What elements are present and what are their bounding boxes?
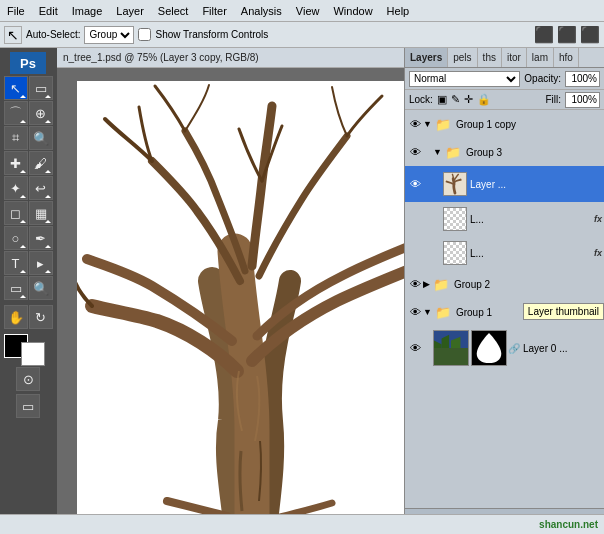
- fx-badge-2[interactable]: fx: [594, 248, 602, 258]
- tab-layers[interactable]: Layers: [405, 48, 448, 67]
- layer-selected-name: Layer ...: [470, 179, 602, 190]
- lock-all-icon[interactable]: 🔒: [477, 93, 491, 106]
- fx-badge-1[interactable]: fx: [594, 214, 602, 224]
- zoom-tool[interactable]: 🔍: [29, 276, 53, 300]
- eye-icon-layer0[interactable]: 👁: [407, 340, 423, 356]
- checker-pattern-1: [444, 208, 466, 230]
- pen-tool[interactable]: ✒: [29, 226, 53, 250]
- screen-mode-tool[interactable]: ▭: [16, 394, 40, 418]
- align-icon-2[interactable]: ⬛: [557, 25, 577, 44]
- align-icon-3[interactable]: ⬛: [580, 25, 600, 44]
- canvas-title: n_tree_1.psd @ 75% (Layer 3 copy, RGB/8): [63, 52, 431, 63]
- menu-select[interactable]: Select: [151, 3, 196, 19]
- autoselect-dropdown[interactable]: Group: [84, 26, 134, 44]
- menu-image[interactable]: Image: [65, 3, 110, 19]
- eye-icon-fx2[interactable]: [407, 245, 423, 261]
- tab-channels[interactable]: pels: [448, 48, 477, 67]
- group-1-row[interactable]: 👁 ▼ 📁 Group 1: [405, 298, 604, 326]
- dodge-tool[interactable]: ○: [4, 226, 28, 250]
- layer-0-mask-thumb: [471, 330, 507, 366]
- eraser-tool[interactable]: ◻: [4, 201, 28, 225]
- quick-mask-tool[interactable]: ⊙: [16, 367, 40, 391]
- tools-panel: Ps ↖ ▭ ⌒ ⊕ ⌗ 🔍 ✚ 🖌 ✦ ↩ ◻ ▦ ○ ✒ T ▸ ▭ 🔍 ✋…: [0, 48, 56, 534]
- menu-window[interactable]: Window: [326, 3, 379, 19]
- lock-pixels-icon[interactable]: ✎: [451, 93, 460, 106]
- spot-heal-tool[interactable]: ✚: [4, 151, 28, 175]
- expand-group1copy[interactable]: ▼: [423, 119, 432, 129]
- layer-fx1-thumb: [443, 207, 467, 231]
- shape-tool[interactable]: ▭: [4, 276, 28, 300]
- layer-thumbnail: [443, 172, 467, 196]
- type-tool[interactable]: T: [4, 251, 28, 275]
- group-2-name: Group 2: [454, 279, 602, 290]
- eye-icon-group1copy[interactable]: 👁: [407, 116, 423, 132]
- menu-help[interactable]: Help: [380, 3, 417, 19]
- menu-layer[interactable]: Layer: [109, 3, 151, 19]
- brush-tool[interactable]: 🖌: [29, 151, 53, 175]
- move-tool[interactable]: ↖: [4, 76, 28, 100]
- lock-transparent-icon[interactable]: ▣: [437, 93, 447, 106]
- menu-filter[interactable]: Filter: [195, 3, 233, 19]
- menu-view[interactable]: View: [289, 3, 327, 19]
- folder-icon-group1copy: 📁: [435, 117, 451, 132]
- group-2-row[interactable]: 👁 ▶ 📁 Group 2: [405, 270, 604, 298]
- layer-link-icon: 🔗: [508, 343, 520, 354]
- lock-label: Lock:: [409, 94, 433, 105]
- eyedropper-tool[interactable]: 🔍: [29, 126, 53, 150]
- tab-paths[interactable]: ths: [478, 48, 502, 67]
- checker-pattern-2: [444, 242, 466, 264]
- layer-fx-2-row[interactable]: L... fx: [405, 236, 604, 270]
- path-select-tool[interactable]: ▸: [29, 251, 53, 275]
- align-icon-1[interactable]: ⬛: [534, 25, 554, 44]
- group-3-row[interactable]: 👁 ▼ 📁 Group 3: [405, 138, 604, 166]
- quick-select-tool[interactable]: ⊕: [29, 101, 53, 125]
- menu-file[interactable]: File: [0, 3, 32, 19]
- tab-hfo[interactable]: hfo: [554, 48, 579, 67]
- blend-mode-row: Normal Opacity:: [405, 68, 604, 90]
- expand-group1[interactable]: ▼: [423, 307, 432, 317]
- layer-fx-1-row[interactable]: L... fx: [405, 202, 604, 236]
- clone-stamp-tool[interactable]: ✦: [4, 176, 28, 200]
- eye-icon-group3[interactable]: 👁: [407, 144, 423, 160]
- crop-tool[interactable]: ⌗: [4, 126, 28, 150]
- fill-input[interactable]: [565, 92, 600, 108]
- ps-logo: Ps: [10, 52, 46, 74]
- layer-thumb-row[interactable]: 👁 Layer ...: [405, 166, 604, 202]
- layers-tabs: Layers pels ths itor lam hfo: [405, 48, 604, 68]
- eye-icon-group1[interactable]: 👁: [407, 304, 423, 320]
- watermark-text: shancun.net: [539, 519, 598, 530]
- tab-lam[interactable]: lam: [527, 48, 554, 67]
- menu-analysis[interactable]: Analysis: [234, 3, 289, 19]
- tree-canvas-image: [77, 81, 432, 521]
- rotate-tool[interactable]: ↻: [29, 305, 53, 329]
- lock-position-icon[interactable]: ✛: [464, 93, 473, 106]
- tab-history[interactable]: itor: [502, 48, 527, 67]
- menu-edit[interactable]: Edit: [32, 3, 65, 19]
- eye-icon-group2[interactable]: 👁: [407, 276, 423, 292]
- eye-icon-layer-thumb[interactable]: 👁: [407, 176, 423, 192]
- opacity-input[interactable]: [565, 71, 600, 87]
- gradient-tool[interactable]: ▦: [29, 201, 53, 225]
- transform-checkbox[interactable]: [138, 28, 151, 41]
- hand-tool[interactable]: ✋: [4, 305, 28, 329]
- toolbar-top: ↖ Auto-Select: Group Show Transform Cont…: [0, 22, 604, 48]
- group-1-copy-row[interactable]: 👁 ▼ 📁 Group 1 copy: [405, 110, 604, 138]
- background-color[interactable]: [21, 342, 45, 366]
- fill-label: Fill:: [545, 94, 561, 105]
- status-bar: shancun.net: [0, 514, 604, 534]
- svg-rect-4: [434, 348, 468, 365]
- expand-group2[interactable]: ▶: [423, 279, 430, 289]
- selection-tool[interactable]: ▭: [29, 76, 53, 100]
- autoselect-label: Auto-Select:: [26, 29, 80, 40]
- transform-label: Show Transform Controls: [155, 29, 268, 40]
- layer-0-row[interactable]: 👁 🔗 Layer 0 ...: [405, 326, 604, 370]
- expand-group3[interactable]: ▼: [433, 147, 442, 157]
- transform-controls-area: Show Transform Controls: [138, 28, 268, 41]
- layer-fx2-thumb: [443, 241, 467, 265]
- move-tool-button[interactable]: ↖: [4, 26, 22, 44]
- blend-mode-select[interactable]: Normal: [409, 71, 520, 87]
- canvas-inner: [77, 81, 432, 521]
- history-brush-tool[interactable]: ↩: [29, 176, 53, 200]
- eye-icon-fx1[interactable]: [407, 211, 423, 227]
- lasso-tool[interactable]: ⌒: [4, 101, 28, 125]
